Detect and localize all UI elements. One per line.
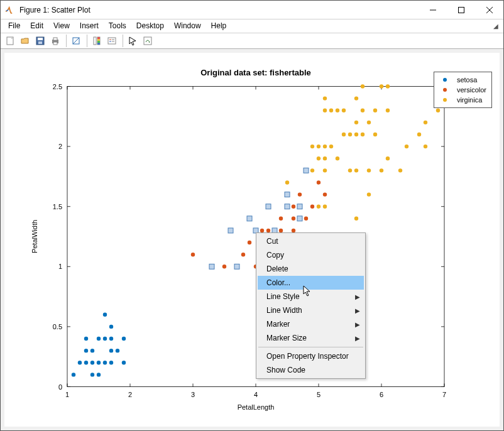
toolbar-separator bbox=[123, 35, 123, 47]
svg-rect-18 bbox=[97, 43, 100, 45]
submenu-arrow-icon: ▶ bbox=[355, 307, 360, 314]
new-figure-button[interactable] bbox=[3, 34, 17, 48]
legend[interactable]: setosa versicolor virginica bbox=[434, 72, 492, 108]
toolbar bbox=[1, 33, 503, 49]
svg-point-70 bbox=[84, 361, 88, 364]
submenu-arrow-icon: ▶ bbox=[355, 335, 360, 342]
svg-rect-9 bbox=[53, 38, 57, 40]
svg-point-175 bbox=[443, 98, 447, 102]
svg-point-146 bbox=[367, 168, 371, 172]
svg-point-126 bbox=[323, 145, 327, 148]
svg-text:2: 2 bbox=[128, 391, 132, 398]
svg-rect-19 bbox=[108, 38, 116, 44]
svg-point-82 bbox=[109, 361, 113, 364]
figure-canvas[interactable]: 123456700.511.522.5Original data set: fi… bbox=[4, 53, 500, 427]
svg-point-153 bbox=[386, 109, 390, 112]
svg-rect-167 bbox=[285, 192, 290, 197]
save-button[interactable] bbox=[33, 34, 47, 48]
svg-point-91 bbox=[241, 253, 245, 256]
menu-insert[interactable]: Insert bbox=[75, 20, 104, 31]
svg-point-74 bbox=[90, 361, 94, 364]
svg-point-141 bbox=[354, 96, 358, 100]
svg-text:2: 2 bbox=[58, 143, 62, 150]
ctx-copy[interactable]: Copy bbox=[258, 248, 364, 262]
svg-point-72 bbox=[84, 337, 88, 341]
svg-point-77 bbox=[97, 361, 101, 364]
open-button[interactable] bbox=[18, 34, 32, 48]
svg-text:1.5: 1.5 bbox=[53, 203, 62, 210]
svg-rect-166 bbox=[285, 204, 290, 209]
rotate-3d-button[interactable] bbox=[141, 34, 155, 48]
legend-entry-setosa[interactable]: setosa bbox=[438, 75, 486, 85]
svg-point-87 bbox=[122, 361, 126, 364]
svg-text:2.5: 2.5 bbox=[53, 83, 62, 90]
scatter-plot[interactable]: 123456700.511.522.5Original data set: fi… bbox=[4, 53, 500, 427]
toolbar-separator bbox=[87, 35, 87, 47]
insert-colorbar-button[interactable] bbox=[90, 34, 104, 48]
ctx-marker-size[interactable]: Marker Size▶ bbox=[258, 331, 364, 345]
menu-view[interactable]: View bbox=[48, 20, 75, 31]
svg-rect-169 bbox=[297, 204, 302, 209]
ctx-line-width[interactable]: Line Width▶ bbox=[258, 303, 364, 317]
menu-window[interactable]: Window bbox=[169, 20, 206, 31]
svg-point-90 bbox=[222, 265, 226, 268]
menu-help[interactable]: Help bbox=[206, 20, 232, 31]
svg-point-78 bbox=[97, 337, 101, 341]
toolbar-overflow-icon[interactable]: ◢ bbox=[493, 23, 501, 30]
ctx-show-code[interactable]: Show Code bbox=[258, 363, 364, 377]
print-button[interactable] bbox=[48, 34, 62, 48]
svg-rect-15 bbox=[97, 37, 100, 39]
svg-point-133 bbox=[342, 133, 346, 136]
minimize-button[interactable] bbox=[419, 1, 447, 19]
svg-point-79 bbox=[103, 361, 107, 364]
ctx-open-property-inspector[interactable]: Open Property Inspector bbox=[258, 349, 364, 363]
svg-point-160 bbox=[436, 109, 440, 112]
ctx-delete[interactable]: Delete bbox=[258, 262, 364, 276]
svg-point-144 bbox=[361, 84, 364, 88]
window-title: Figure 1: Scatter Plot bbox=[19, 6, 419, 14]
svg-text:7: 7 bbox=[442, 391, 446, 398]
svg-text:3: 3 bbox=[191, 391, 195, 398]
svg-point-89 bbox=[191, 253, 195, 256]
svg-point-123 bbox=[323, 205, 327, 209]
svg-point-138 bbox=[354, 168, 358, 172]
svg-text:PetalWidth: PetalWidth bbox=[31, 220, 38, 253]
ctx-cut[interactable]: Cut bbox=[258, 234, 364, 248]
ctx-marker[interactable]: Marker▶ bbox=[258, 317, 364, 331]
svg-point-145 bbox=[367, 192, 371, 196]
maximize-button[interactable] bbox=[447, 1, 475, 19]
svg-point-86 bbox=[116, 349, 119, 352]
svg-point-83 bbox=[109, 349, 113, 352]
svg-point-149 bbox=[373, 109, 377, 112]
link-plot-button[interactable] bbox=[69, 34, 83, 48]
close-button[interactable] bbox=[475, 1, 503, 19]
svg-point-122 bbox=[317, 145, 320, 148]
svg-point-75 bbox=[90, 349, 94, 352]
svg-point-113 bbox=[310, 205, 314, 209]
svg-point-128 bbox=[323, 96, 327, 100]
insert-legend-button[interactable] bbox=[105, 34, 119, 48]
menu-edit[interactable]: Edit bbox=[25, 20, 48, 31]
svg-rect-162 bbox=[247, 216, 252, 221]
legend-entry-virginica[interactable]: virginica bbox=[438, 95, 486, 105]
svg-point-73 bbox=[90, 373, 94, 376]
edit-plot-button[interactable] bbox=[126, 34, 140, 48]
menu-tools[interactable]: Tools bbox=[104, 20, 131, 31]
ctx-color[interactable]: Color... bbox=[258, 276, 364, 290]
svg-point-106 bbox=[292, 205, 295, 209]
svg-point-150 bbox=[380, 168, 383, 172]
ctx-line-style[interactable]: Line Style▶ bbox=[258, 290, 364, 303]
svg-point-151 bbox=[380, 84, 383, 88]
svg-point-159 bbox=[424, 121, 427, 124]
svg-text:0.5: 0.5 bbox=[53, 323, 62, 330]
svg-point-134 bbox=[342, 109, 346, 112]
menu-file[interactable]: File bbox=[3, 20, 25, 31]
svg-point-156 bbox=[405, 145, 408, 148]
legend-entry-versicolor[interactable]: versicolor bbox=[438, 85, 486, 95]
svg-rect-6 bbox=[38, 38, 43, 40]
menu-desktop[interactable]: Desktop bbox=[131, 20, 169, 31]
svg-point-88 bbox=[122, 337, 126, 341]
svg-point-102 bbox=[279, 217, 283, 221]
legend-label: setosa bbox=[457, 76, 477, 84]
ctx-divider bbox=[258, 347, 363, 347]
